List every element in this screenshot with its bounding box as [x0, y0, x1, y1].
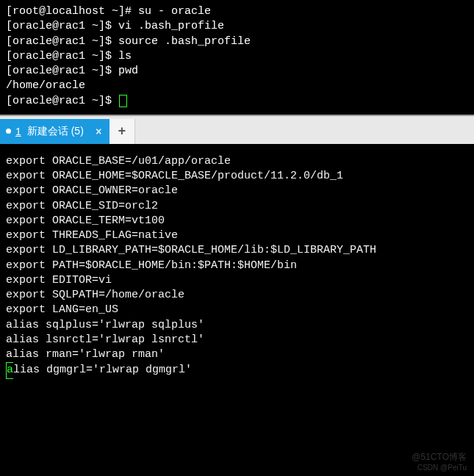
terminal-line: /home/oracle: [6, 79, 468, 93]
terminal-line: alias lsnrctl='rlwrap lsnrctl': [6, 333, 468, 347]
shell-command: /home/oracle: [6, 79, 85, 92]
shell-prompt: [oracle@rac1 ~]$: [6, 65, 118, 77]
terminal-top-panel[interactable]: [root@localhost ~]# su - oracle[oracle@r…: [0, 0, 474, 115]
cursor-icon: a: [6, 362, 13, 378]
tab-active-session[interactable]: 1 新建会话 (5) ×: [0, 119, 109, 144]
terminal-bottom-panel[interactable]: export ORACLE_BASE=/u01/app/oracleexport…: [0, 144, 474, 439]
watermark: @51CTO博客 CSDN @PeiTu: [412, 451, 467, 472]
terminal-line: export LANG=en_US: [6, 303, 468, 317]
shell-command: ls: [118, 50, 132, 62]
shell-prompt: [oracle@rac1 ~]$: [6, 95, 118, 107]
add-tab-button[interactable]: +: [109, 119, 135, 144]
shell-command: pwd: [118, 65, 138, 77]
terminal-line: alias rman='rlwrap rman': [6, 347, 468, 362]
config-line: lias dgmgrl='rlwrap dgmgrl': [13, 364, 192, 376]
shell-prompt: [root@localhost ~]#: [6, 5, 138, 18]
tab-bar: 1 新建会话 (5) × +: [0, 116, 474, 144]
tab-index: 1: [15, 126, 21, 137]
terminal-line: alias dgmgrl='rlwrap dgmgrl': [6, 362, 468, 378]
terminal-line: export ORACLE_SID=orcl2: [6, 199, 468, 214]
terminal-line: export ORACLE_HOME=$ORACLE_BASE/product/…: [6, 169, 468, 184]
tab-label: 新建会话 (5): [27, 125, 84, 138]
shell-command: su - oracle: [138, 5, 211, 18]
terminal-line: [root@localhost ~]# su - oracle: [6, 4, 468, 19]
tab-status-dot-icon: [6, 129, 11, 134]
terminal-line: export ORACLE_BASE=/u01/app/oracle: [6, 154, 468, 169]
terminal-line: [oracle@rac1 ~]$ source .bash_profile: [6, 35, 468, 49]
terminal-line: export THREADS_FLAG=native: [6, 228, 468, 243]
close-icon[interactable]: ×: [96, 125, 102, 138]
shell-command: vi .bash_profile: [118, 20, 224, 32]
terminal-line: export PATH=$ORACLE_HOME/bin:$PATH:$HOME…: [6, 259, 468, 273]
terminal-line: export SQLPATH=/home/oracle: [6, 288, 468, 303]
terminal-line: export ORACLE_TERM=vt100: [6, 214, 468, 228]
terminal-line: [oracle@rac1 ~]$ ls: [6, 49, 468, 64]
terminal-line: [oracle@rac1 ~]$: [6, 94, 468, 109]
plus-icon: +: [118, 124, 126, 139]
terminal-line: export EDITOR=vi: [6, 273, 468, 288]
shell-prompt: [oracle@rac1 ~]$: [6, 50, 118, 62]
bottom-panel: 1 新建会话 (5) × + export ORACLE_BASE=/u01/a…: [0, 115, 474, 439]
terminal-line: [oracle@rac1 ~]$ vi .bash_profile: [6, 19, 468, 34]
cursor-icon: [119, 95, 127, 107]
shell-prompt: [oracle@rac1 ~]$: [6, 20, 118, 32]
terminal-line: export ORACLE_OWNER=oracle: [6, 184, 468, 198]
shell-prompt: [oracle@rac1 ~]$: [6, 35, 118, 48]
terminal-line: [oracle@rac1 ~]$ pwd: [6, 64, 468, 79]
shell-command: source .bash_profile: [118, 35, 251, 48]
terminal-line: export LD_LIBRARY_PATH=$ORACLE_HOME/lib:…: [6, 243, 468, 258]
terminal-line: alias sqlplus='rlwrap sqlplus': [6, 318, 468, 333]
